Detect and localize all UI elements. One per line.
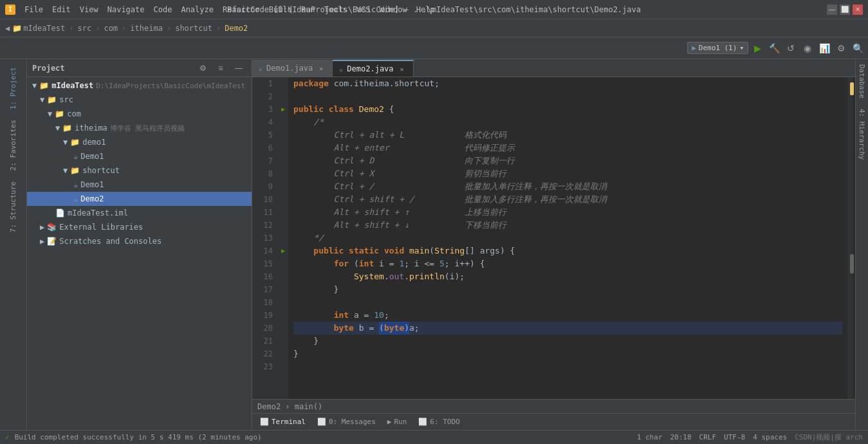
bottom-tab-terminal[interactable]: ⬜ Terminal — [255, 415, 311, 429]
messages-icon: ⬜ — [317, 418, 326, 426]
run-tab-label: Run — [394, 418, 407, 426]
project-panel: Project ⚙ ≡ — ▼ 📁 mIdeaTest D:\IdeaProje… — [27, 59, 252, 430]
ext-libs-icon: 📚 — [47, 223, 57, 232]
demo1-java-icon: ☕ — [73, 152, 78, 161]
gutter-3[interactable]: ▶ — [278, 103, 288, 116]
tab-demo1[interactable]: ☕ Demo1.java ✕ — [252, 60, 333, 77]
breadcrumb-mideaTest[interactable]: 📁 mIdeaTest — [12, 24, 65, 33]
kw-package: package — [293, 77, 329, 90]
tree-item-iml[interactable]: 📄 mIdeaTest.iml — [27, 206, 252, 220]
project-expand-button[interactable]: ≡ — [213, 60, 228, 76]
run-button[interactable]: ▶ — [750, 41, 765, 56]
code-line-8: Ctrl + X 剪切当前行 — [293, 167, 842, 180]
minimize-button[interactable]: — — [827, 5, 837, 15]
sidebar-tab-structure[interactable]: 7: Structure — [6, 176, 20, 237]
tree-label-scratches: Scratches and Consoles — [59, 237, 162, 246]
project-settings-button[interactable]: ⚙ — [195, 60, 210, 76]
gutter-13 — [278, 232, 288, 245]
gutter-21 — [278, 335, 288, 347]
shortcut-folder-icon: 📁 — [70, 166, 80, 175]
reload-button[interactable]: ↺ — [783, 41, 799, 56]
tab-demo1-close[interactable]: ✕ — [317, 64, 326, 73]
gutter-22 — [278, 347, 288, 360]
tree-label-shortcut: shortcut — [82, 166, 120, 175]
project-minimize-button[interactable]: — — [231, 60, 246, 76]
status-encoding[interactable]: UTF-8 — [724, 433, 745, 441]
bottom-tab-run[interactable]: ▶ Run — [382, 415, 412, 429]
menu-edit[interactable]: Edit — [48, 4, 75, 15]
pkg-name: com.itheima.shortcut — [334, 77, 435, 90]
ln-20: 20 — [255, 322, 273, 335]
tree-item-shortcut-demo1[interactable]: ☕ Demo1 — [27, 178, 252, 192]
sidebar-tab-project[interactable]: 1: Project — [6, 62, 20, 115]
code-editor[interactable]: 1 2 3 4 5 6 7 8 9 10 11 12 13 14 15 16 1… — [252, 77, 855, 399]
tree-label-src: src — [59, 95, 73, 104]
right-tab-hierarchy[interactable]: 4: Hierarchy — [856, 104, 867, 165]
ln-16: 16 — [255, 270, 273, 283]
close-button[interactable]: ✕ — [853, 5, 863, 15]
right-tab-database[interactable]: Database — [856, 59, 867, 104]
status-indent[interactable]: 4 spaces — [753, 433, 787, 441]
tab-demo2[interactable]: ☕ Demo2.java ✕ — [333, 60, 413, 77]
breadcrumb-itheima[interactable]: itheima — [130, 24, 163, 33]
bottom-tab-messages[interactable]: ⬜ 0: Messages — [312, 415, 381, 429]
bottom-tab-todo[interactable]: ⬜ 6: TODO — [413, 415, 465, 429]
breadcrumb-com[interactable]: com — [104, 24, 118, 33]
tree-expand-shortcut-icon: ▼ — [63, 166, 68, 175]
sidebar-tab-favorites[interactable]: 2: Favorites — [6, 115, 20, 176]
breadcrumb-shortcut[interactable]: shortcut — [175, 24, 212, 33]
tree-item-shortcut-folder[interactable]: ▼ 📁 shortcut — [27, 163, 252, 178]
build-button[interactable]: 🔨 — [766, 41, 782, 56]
run-config-selector[interactable]: ▶ Demo1 (1) ▾ — [687, 42, 748, 54]
gutter-14[interactable]: ▶ — [278, 245, 288, 257]
restore-button[interactable]: ⬜ — [840, 5, 850, 15]
coverage-button[interactable]: ◉ — [800, 41, 815, 56]
code-line-11: Alt + shift + ↑ 上移当前行 — [293, 206, 842, 219]
back-button[interactable]: ◀ — [5, 24, 10, 33]
status-char: 1 char — [637, 433, 663, 441]
gutter-4 — [278, 116, 288, 129]
search-button[interactable]: 🔍 — [850, 41, 865, 56]
tab-demo2-close[interactable]: ✕ — [398, 64, 407, 73]
tab-demo1-label: Demo1.java — [266, 64, 313, 73]
status-position[interactable]: 20:18 — [670, 433, 691, 441]
profiler-button[interactable]: 📊 — [817, 41, 832, 56]
bottom-tab-bar: ⬜ Terminal ⬜ 0: Messages ▶ Run ⬜ 6: TODO — [252, 413, 855, 430]
tree-item-demo1-folder[interactable]: ▼ 📁 demo1 — [27, 135, 252, 149]
menu-analyze[interactable]: Analyze — [177, 4, 217, 15]
code-line-15: for (int i = 1; i <= 5; i++) { — [293, 257, 842, 270]
tree-item-com[interactable]: ▼ 📁 com — [27, 107, 252, 121]
tree-item-itheima[interactable]: ▼ 📁 itheima 博学谷 黑马程序员视频 — [27, 121, 252, 135]
tree-item-external-libs[interactable]: ▶ 📚 External Libraries — [27, 220, 252, 234]
ln-13: 13 — [255, 232, 273, 245]
menu-view[interactable]: View — [76, 4, 102, 15]
tree-item-mideatest[interactable]: ▼ 📁 mIdeaTest D:\IdeaProjects\BasicCode\… — [27, 79, 252, 93]
code-line-12: Alt + shift + ↓ 下移当前行 — [293, 219, 842, 232]
ln-15: 15 — [255, 257, 273, 270]
scroll-strip[interactable] — [847, 77, 855, 399]
status-line-ending[interactable]: CRLF — [699, 433, 717, 441]
code-content[interactable]: package com.itheima.shortcut; public cla… — [288, 77, 847, 399]
menu-code[interactable]: Code — [150, 4, 176, 15]
shortcut-demo1-icon: ☕ — [73, 180, 78, 189]
tree-item-shortcut-demo2[interactable]: ☕ Demo2 — [27, 192, 252, 206]
code-line-4: /* — [293, 116, 842, 129]
ln-2: 2 — [255, 90, 273, 103]
menu-file[interactable]: File — [21, 4, 47, 15]
tree-item-demo1-java[interactable]: ☕ Demo1 — [27, 149, 252, 163]
tree-label-demo1-java: Demo1 — [80, 152, 104, 161]
right-panel: Database 4: Hierarchy — [855, 59, 868, 430]
gutter-17 — [278, 283, 288, 296]
src-folder-icon: 📁 — [47, 95, 57, 104]
breadcrumb-demo2[interactable]: Demo2 — [225, 24, 248, 33]
tab-demo2-label: Demo2.java — [347, 64, 393, 73]
breadcrumb-src[interactable]: src — [78, 24, 92, 33]
tree-item-src[interactable]: ▼ 📁 src — [27, 93, 252, 107]
settings-button[interactable]: ⚙ — [833, 41, 849, 56]
scroll-marker-warning — [850, 82, 854, 95]
menu-navigate[interactable]: Navigate — [104, 4, 149, 15]
window-controls: — ⬜ ✕ — [827, 5, 863, 15]
tree-label-shortcut-demo2: Demo2 — [80, 194, 104, 203]
gutter-9 — [278, 180, 288, 193]
tree-item-scratches[interactable]: ▶ 📝 Scratches and Consoles — [27, 234, 252, 248]
